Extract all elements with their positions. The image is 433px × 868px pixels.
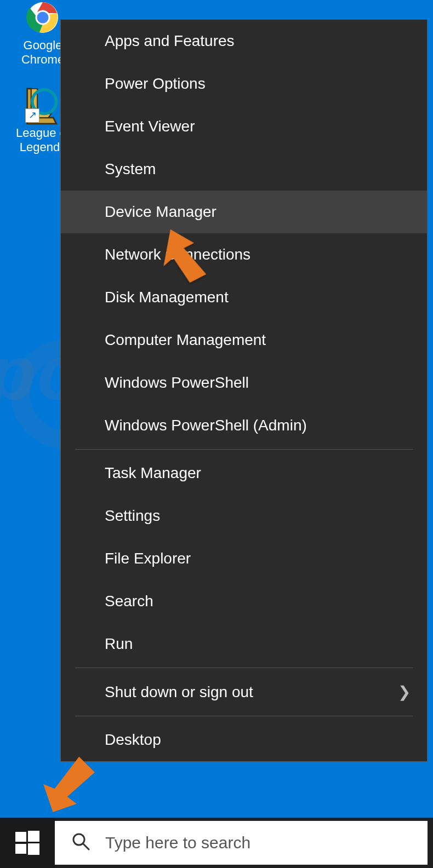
svg-rect-4 [15, 832, 26, 842]
menu-item-label: File Explorer [105, 550, 191, 567]
menu-item-label: Power Options [105, 75, 206, 93]
menu-item-label: System [105, 160, 156, 178]
menu-item-label: Shut down or sign out [105, 683, 253, 701]
menu-item-powershell-admin[interactable]: Windows PowerShell (Admin) [61, 404, 427, 447]
menu-item-label: Run [105, 635, 133, 653]
menu-separator [75, 668, 413, 668]
chrome-icon [25, 0, 60, 35]
winx-context-menu: Apps and Features Power Options Event Vi… [60, 19, 428, 762]
menu-item-shutdown-signout[interactable]: Shut down or sign out ❯ [61, 670, 427, 714]
league-icon: ↗ [25, 88, 60, 123]
start-button[interactable] [0, 818, 55, 868]
menu-item-label: Settings [105, 507, 160, 525]
shortcut-arrow-icon: ↗ [25, 108, 39, 123]
menu-item-label: Windows PowerShell (Admin) [105, 417, 307, 434]
menu-item-run[interactable]: Run [61, 623, 427, 665]
menu-item-label: Windows PowerShell [105, 374, 249, 392]
menu-item-powershell[interactable]: Windows PowerShell [61, 361, 427, 404]
chevron-right-icon: ❯ [398, 683, 411, 701]
svg-rect-6 [15, 844, 26, 854]
menu-item-file-explorer[interactable]: File Explorer [61, 537, 427, 580]
menu-separator [75, 716, 413, 716]
menu-item-network-connections[interactable]: Network Connections [61, 233, 427, 276]
menu-item-label: Apps and Features [105, 32, 235, 50]
windows-logo-icon [15, 831, 39, 855]
menu-item-settings[interactable]: Settings [61, 495, 427, 537]
menu-item-label: Network Connections [105, 246, 250, 263]
menu-item-label: Event Viewer [105, 118, 195, 135]
search-icon [71, 832, 90, 854]
menu-item-system[interactable]: System [61, 148, 427, 191]
menu-item-desktop[interactable]: Desktop [61, 718, 427, 761]
menu-item-label: Desktop [105, 731, 161, 749]
menu-item-apps-features[interactable]: Apps and Features [61, 20, 427, 62]
search-placeholder: Type here to search [105, 833, 250, 852]
menu-separator [75, 449, 413, 450]
menu-item-label: Device Manager [105, 203, 216, 221]
menu-item-label: Disk Management [105, 289, 229, 306]
menu-item-event-viewer[interactable]: Event Viewer [61, 105, 427, 148]
svg-rect-5 [28, 831, 39, 842]
taskbar-search-box[interactable]: Type here to search [55, 821, 428, 865]
menu-item-label: Task Manager [105, 464, 201, 482]
menu-item-search[interactable]: Search [61, 580, 427, 623]
svg-line-9 [83, 844, 89, 849]
menu-item-disk-management[interactable]: Disk Management [61, 276, 427, 319]
menu-item-label: Search [105, 593, 153, 610]
menu-item-power-options[interactable]: Power Options [61, 62, 427, 105]
svg-rect-7 [28, 843, 39, 855]
menu-item-label: Computer Management [105, 331, 266, 349]
menu-item-device-manager[interactable]: Device Manager [61, 191, 427, 233]
menu-item-task-manager[interactable]: Task Manager [61, 452, 427, 495]
taskbar: Type here to search [0, 818, 433, 868]
menu-item-computer-management[interactable]: Computer Management [61, 319, 427, 361]
